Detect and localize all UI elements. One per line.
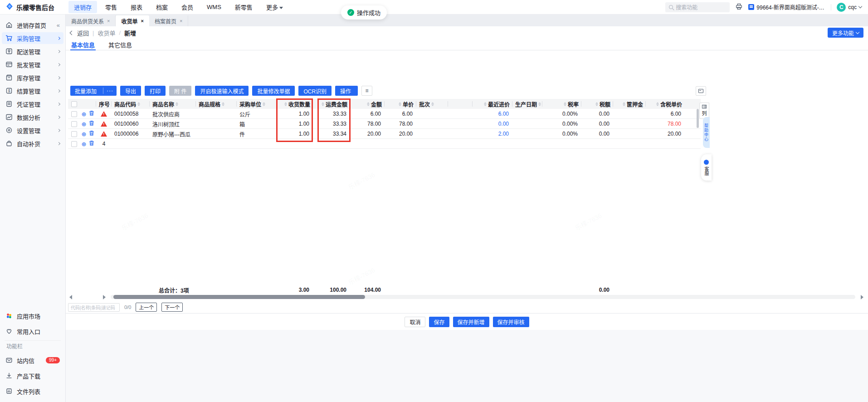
menu-item-inventory[interactable]: 进销存 (68, 1, 97, 13)
cell-qty[interactable]: 1.00 (278, 109, 313, 119)
table-row-empty[interactable]: ⊕ 4 (68, 139, 701, 149)
sidebar-item-settings[interactable]: 设置管理 (2, 124, 63, 136)
horizontal-scrollbar[interactable] (66, 294, 868, 300)
menu-item-wms[interactable]: WMS (201, 2, 227, 12)
cell-recent-price[interactable]: 6.00 (473, 109, 512, 119)
cell-prod-date[interactable] (512, 119, 542, 129)
more-functions-button[interactable]: 更多功能 (828, 28, 863, 38)
tab-receipt[interactable]: 收货单× (116, 15, 149, 26)
row-checkbox[interactable] (71, 141, 77, 147)
card-view-button[interactable] (696, 86, 706, 96)
cell-name[interactable]: 批次供应商 (150, 109, 196, 119)
app-logo[interactable]: 乐檬零售后台 (0, 2, 66, 12)
user-menu[interactable]: C cqc (837, 3, 862, 12)
scrollbar-thumb[interactable] (113, 295, 365, 299)
cell-tax-rate[interactable]: 0.00% (542, 129, 581, 139)
close-icon[interactable]: × (180, 18, 182, 24)
cell-spec[interactable] (196, 119, 237, 129)
company-selector[interactable]: 99664-新界面商超版测试-管理... (748, 3, 825, 11)
sort-icon[interactable] (656, 102, 659, 106)
menu-item-archive[interactable]: 档案 (151, 1, 173, 13)
tab-basic-info[interactable]: 基本信息 (70, 38, 96, 50)
col-prod-date[interactable]: 生产日期 (512, 99, 542, 109)
ocr-button[interactable]: OCR识别 (298, 86, 332, 96)
cell-name[interactable]: 洛川树顶红 (150, 119, 196, 129)
sort-icon[interactable] (595, 102, 598, 106)
col-spec[interactable]: 商品规格 (196, 99, 237, 109)
sort-icon[interactable] (367, 102, 370, 106)
col-unit[interactable]: 采购单位 (237, 99, 278, 109)
table-vertical-scrollbar[interactable] (697, 109, 699, 151)
add-row-icon[interactable]: ⊕ (82, 111, 87, 118)
sort-icon[interactable] (538, 102, 541, 106)
printer-icon[interactable] (735, 3, 743, 12)
sort-icon[interactable] (564, 102, 566, 106)
row-checkbox[interactable] (71, 131, 77, 137)
cell-spec[interactable] (196, 129, 237, 139)
cell-freight[interactable]: 33.33 (313, 119, 350, 129)
sidebar-item-settlement[interactable]: $ 结算管理 (2, 85, 63, 97)
row-checkbox[interactable] (71, 121, 77, 127)
menu-item-retail[interactable]: 零售 (100, 1, 122, 13)
warning-icon[interactable]: ! (101, 121, 107, 127)
sort-icon[interactable] (322, 102, 324, 106)
cell-tax-rate[interactable]: 0.00% (542, 109, 581, 119)
cell-batch[interactable] (416, 109, 448, 119)
cell-qty[interactable]: 1.00 (278, 119, 313, 129)
sort-icon[interactable] (484, 102, 487, 106)
cell-freight[interactable]: 33.34 (313, 129, 350, 139)
help-center-tab[interactable]: 帮助中心 (703, 117, 710, 148)
cell-unit[interactable]: 箱 (237, 119, 278, 129)
scroll-right-icon[interactable] (103, 295, 106, 299)
col-seq[interactable]: 序号 (96, 99, 112, 109)
col-code[interactable]: 商品代码 (112, 99, 150, 109)
operate-button[interactable]: 操作 (335, 86, 358, 96)
sidebar-item-downloads[interactable]: 产品下载 (2, 370, 63, 382)
cell-prod-date[interactable] (512, 129, 542, 139)
scrollbar-track[interactable] (111, 295, 855, 299)
cell-tax[interactable]: 0.00 (581, 109, 613, 119)
cell-tax-rate[interactable]: 0.00% (542, 119, 581, 129)
cell-batch[interactable] (416, 129, 448, 139)
close-icon[interactable]: × (141, 18, 143, 24)
tab-archive-home[interactable]: 档案首页× (149, 15, 188, 26)
cell-amount[interactable]: 6.00 (350, 109, 385, 119)
warning-icon[interactable]: ! (101, 131, 107, 137)
col-amount[interactable]: 金额 (350, 99, 385, 109)
delete-row-icon[interactable] (89, 140, 94, 147)
save-and-audit-button[interactable]: 保存并审核 (493, 317, 529, 327)
delete-row-icon[interactable] (89, 120, 94, 127)
scroll-right-icon[interactable] (861, 295, 863, 299)
col-freight[interactable]: 运费金额 (313, 99, 350, 109)
batch-edit-button[interactable]: 批量修改单据 (252, 86, 295, 96)
batch-add-more-icon[interactable]: ··· (103, 88, 117, 94)
menu-item-more[interactable]: 更多 (261, 1, 288, 13)
cell-deposit[interactable] (613, 109, 646, 119)
cell-tax[interactable]: 0.00 (581, 119, 613, 129)
sort-icon[interactable] (176, 102, 178, 106)
cell-tax-price[interactable]: 20.00 (646, 129, 685, 139)
column-sort-icon-button[interactable]: ≡ (361, 86, 372, 96)
add-row-icon[interactable]: ⊕ (82, 121, 87, 127)
back-link[interactable]: 返回 (77, 29, 89, 37)
table-row[interactable]: ⊕ ! 01000006 原野小猪---西瓜 件 1.00 33.34 20.0… (68, 129, 701, 139)
row-checkbox[interactable] (71, 111, 77, 117)
print-button[interactable]: 打印 (145, 86, 166, 96)
speed-input-button[interactable]: 开启极速输入模式 (195, 86, 249, 96)
export-button[interactable]: 导出 (120, 86, 141, 96)
cell-batch[interactable] (416, 119, 448, 129)
cell-price[interactable]: 6.00 (385, 109, 416, 119)
table-row[interactable]: ⊕ ! 00100058 批次供应商 公斤 1.00 33.33 6.00 6.… (68, 109, 701, 119)
col-recent-price[interactable]: 最近进价 (473, 99, 512, 109)
prev-button[interactable]: 上一个 (136, 303, 157, 312)
cell-code[interactable]: 01000006 (112, 129, 150, 139)
sidebar-item-wholesale[interactable]: 批发管理 (2, 59, 63, 70)
cell-spec[interactable] (196, 109, 237, 119)
cell-tax-price[interactable]: 6.00 (646, 109, 685, 119)
delete-row-icon[interactable] (89, 130, 94, 137)
sidebar-item-voucher[interactable]: 凭证管理 (2, 98, 63, 110)
quick-code-input[interactable]: 代码|名称|条码|速记码 (68, 303, 120, 312)
cell-price[interactable]: 78.00 (385, 119, 416, 129)
global-search-input[interactable]: 搜索功能 (665, 2, 730, 12)
batch-add-button[interactable]: 批量添加··· (70, 86, 117, 96)
